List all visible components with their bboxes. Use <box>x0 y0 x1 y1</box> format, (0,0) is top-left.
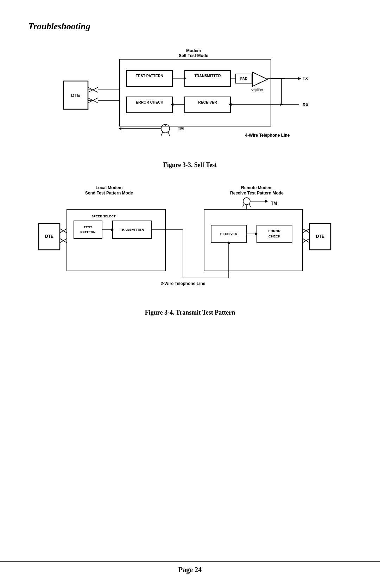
svg-text:PAD: PAD <box>240 77 247 81</box>
page-number: Page 24 <box>178 566 202 574</box>
svg-marker-39 <box>280 104 283 106</box>
svg-text:Modem: Modem <box>186 48 201 53</box>
svg-marker-46 <box>119 127 121 130</box>
svg-text:RECEIVER: RECEIVER <box>198 100 217 104</box>
svg-text:DTE: DTE <box>316 234 324 239</box>
svg-rect-17 <box>185 70 230 86</box>
svg-text:DTE: DTE <box>45 234 53 239</box>
figure-34-caption: Figure 3-4. Transmit Test Pattern <box>28 309 352 316</box>
svg-text:SPEED SELECT: SPEED SELECT <box>91 215 116 218</box>
svg-text:Amplifier: Amplifier <box>251 88 263 92</box>
svg-rect-59 <box>67 209 165 271</box>
svg-marker-33 <box>298 77 301 80</box>
svg-line-42 <box>161 131 163 136</box>
figure-33-diagram: Modem Self Test Mode DTE <box>28 46 352 155</box>
svg-text:TM: TM <box>271 201 277 206</box>
svg-text:CHECK: CHECK <box>268 234 280 238</box>
figure-33-caption: Figure 3-3. Self Test <box>28 161 352 169</box>
svg-text:PATTERN: PATTERN <box>80 230 96 234</box>
page-title: Troubleshooting <box>28 21 352 32</box>
svg-rect-19 <box>185 97 230 113</box>
svg-rect-74 <box>204 209 303 271</box>
figure-34-container: Local Modem Send Test Pattern Mode Remot… <box>28 183 352 316</box>
svg-rect-61 <box>74 221 102 239</box>
svg-text:2-Wire Telephone Line: 2-Wire Telephone Line <box>160 281 205 286</box>
page-footer: Page 24 <box>0 561 380 574</box>
svg-text:DTE: DTE <box>71 93 80 98</box>
svg-text:Receive Test Pattern Mode: Receive Test Pattern Mode <box>230 191 284 196</box>
svg-marker-27 <box>253 72 267 86</box>
svg-text:TEST PATTERN: TEST PATTERN <box>136 74 163 78</box>
figure-34-diagram: Local Modem Send Test Pattern Mode Remot… <box>28 183 352 303</box>
svg-text:TEST: TEST <box>84 225 92 229</box>
svg-text:Local Modem: Local Modem <box>96 185 123 190</box>
svg-text:ERROR CHECK: ERROR CHECK <box>136 100 164 104</box>
svg-text:Send Test Pattern Mode: Send Test Pattern Mode <box>85 191 133 196</box>
svg-text:TRANSMITTER: TRANSMITTER <box>120 228 144 231</box>
svg-text:ERROR: ERROR <box>268 229 280 233</box>
svg-text:TM: TM <box>178 126 184 131</box>
svg-rect-13 <box>127 70 172 86</box>
self-test-diagram: Modem Self Test Mode DTE <box>56 46 324 155</box>
svg-text:RX: RX <box>303 103 309 107</box>
svg-rect-15 <box>127 97 172 113</box>
svg-text:Self Test Mode: Self Test Mode <box>179 53 208 58</box>
svg-text:TX: TX <box>303 76 308 81</box>
svg-rect-77 <box>257 225 292 243</box>
svg-line-54 <box>243 204 244 207</box>
svg-rect-2 <box>120 59 271 126</box>
svg-text:4-Wire Telephone Line: 4-Wire Telephone Line <box>245 133 290 138</box>
svg-text:TRANSMITTER: TRANSMITTER <box>194 74 221 78</box>
svg-marker-58 <box>265 200 268 203</box>
figure-33-container: Modem Self Test Mode DTE <box>28 46 352 169</box>
svg-text:Remote Modem: Remote Modem <box>241 185 272 190</box>
svg-line-43 <box>168 131 170 136</box>
svg-text:RECEIVER: RECEIVER <box>220 232 238 236</box>
svg-line-55 <box>249 204 251 207</box>
transmit-test-diagram: Local Modem Send Test Pattern Mode Remot… <box>32 183 348 303</box>
